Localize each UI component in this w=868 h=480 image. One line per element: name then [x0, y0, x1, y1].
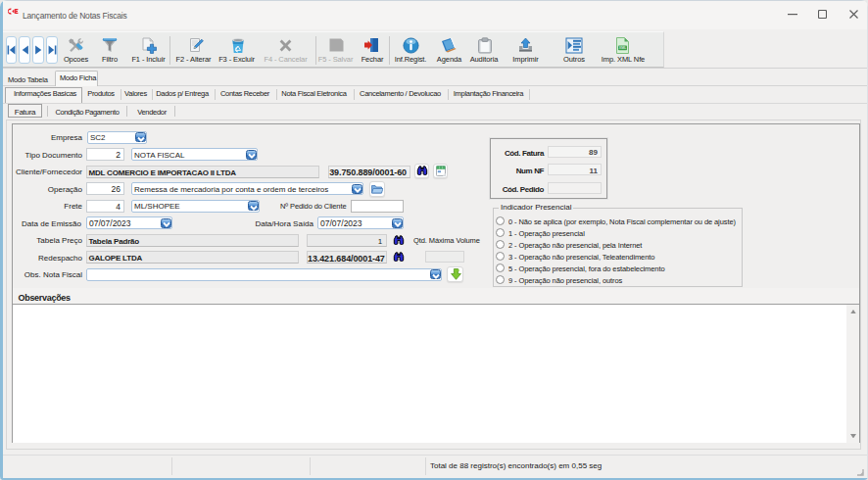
svg-text:XML: XML	[619, 46, 626, 50]
